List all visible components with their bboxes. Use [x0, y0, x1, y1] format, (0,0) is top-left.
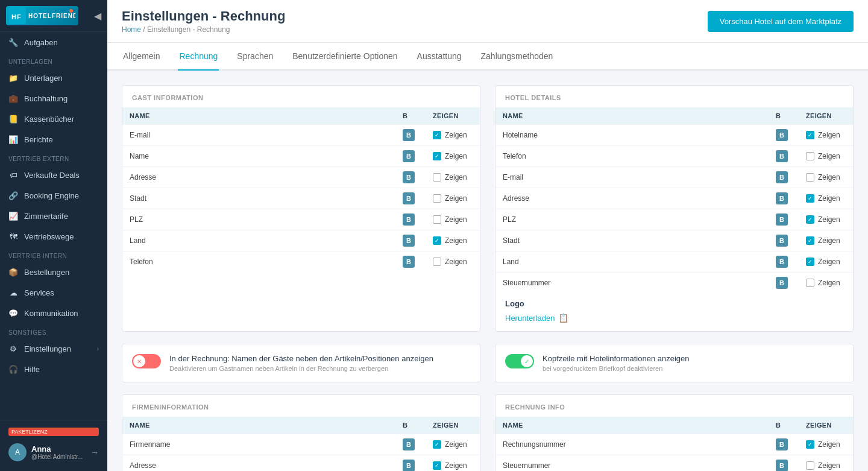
b-button[interactable]: B [776, 192, 788, 204]
firmen-header-row: NAME B ZEIGEN [122, 417, 480, 434]
cell-zeigen: Zeigen [799, 167, 853, 188]
tab-allgemein[interactable]: Allgemein [122, 43, 161, 71]
zeigen-checkbox[interactable] [433, 194, 441, 203]
cell-zeigen: Zeigen [426, 209, 480, 230]
logo-download-link[interactable]: Herunterladen 📋 [505, 313, 843, 323]
user-arrow-icon[interactable]: → [90, 447, 99, 457]
cell-name: E-mail [122, 125, 395, 146]
cell-b: B [395, 251, 426, 273]
toggle-hotel[interactable]: ✓ [505, 354, 534, 368]
cell-b: B [769, 209, 799, 230]
topbar: Einstellungen - Rechnung Home / Einstell… [107, 0, 868, 43]
sidebar-nav-zimmertarife[interactable]: 📈 Zimmertarife [0, 206, 107, 226]
table-row: StadtBZeigen [495, 230, 853, 251]
zeigen-label: Zeigen [445, 131, 467, 139]
zeigen-checkbox[interactable] [433, 258, 441, 266]
tab-benutzerdefinierte[interactable]: Benutzerdefinierte Optionen [291, 43, 398, 71]
sidebar-nav-verkaufte-deals[interactable]: 🏷 Verkaufte Deals [0, 165, 107, 185]
b-button[interactable]: B [776, 256, 788, 268]
zeigen-checkbox[interactable] [433, 215, 441, 224]
b-button[interactable]: B [403, 150, 415, 162]
b-button[interactable]: B [776, 213, 788, 226]
zeigen-checkbox[interactable] [806, 152, 814, 160]
zeigen-checkbox[interactable] [433, 440, 441, 449]
table-row: LandBZeigen [122, 230, 480, 251]
zeigen-checkbox[interactable] [806, 131, 814, 139]
cell-b: B [769, 251, 799, 273]
gast-col-name: NAME [122, 107, 395, 125]
zeigen-checkbox[interactable] [433, 236, 441, 245]
clipboard-icon: 📋 [558, 313, 568, 323]
sidebar-nav-kommunikation[interactable]: 💬 Kommunikation [0, 303, 107, 323]
table-row: StadtBZeigen [122, 188, 480, 209]
gast-info-table: NAME B ZEIGEN E-mailBZeigenNameBZeigenAd… [122, 107, 480, 272]
svg-text:HOTELFRIEND: HOTELFRIEND [28, 13, 75, 19]
sidebar-toggle-icon[interactable]: ◀ [94, 10, 101, 22]
zeigen-checkbox[interactable] [433, 173, 441, 182]
table-row: TelefonBZeigen [122, 251, 480, 273]
cell-zeigen: Zeigen [799, 209, 853, 230]
zeigen-checkbox[interactable] [806, 236, 814, 245]
b-button[interactable]: B [776, 460, 788, 471]
sidebar-nav-unterlagen[interactable]: 📁 Unterlagen [0, 68, 107, 88]
b-button[interactable]: B [403, 213, 415, 226]
sidebar-nav-booking-engine[interactable]: 🔗 Booking Engine [0, 185, 107, 206]
chart-icon: 📊 [8, 134, 18, 144]
tab-zahlungsmethoden[interactable]: Zahlungsmethoden [480, 43, 555, 71]
sidebar-nav-berichte[interactable]: 📊 Berichte [0, 129, 107, 150]
tab-sprachen[interactable]: Sprachen [236, 43, 274, 71]
b-button[interactable]: B [776, 438, 788, 450]
zeigen-checkbox[interactable] [806, 279, 814, 287]
sidebar-nav-hilfe[interactable]: 🎧 Hilfe [0, 359, 107, 379]
zeigen-label: Zeigen [818, 215, 840, 224]
b-button[interactable]: B [776, 150, 788, 162]
user-row[interactable]: A Anna @Hotel Administr... → [0, 438, 107, 466]
zeigen-label: Zeigen [818, 279, 840, 287]
b-button[interactable]: B [403, 256, 415, 268]
b-button[interactable]: B [776, 129, 788, 141]
sidebar-nav-vertriebswege[interactable]: 🗺 Vertriebswege [0, 226, 107, 247]
cell-b: B [395, 146, 426, 167]
b-button[interactable]: B [403, 460, 415, 471]
toggle-gast-label: In der Rechnung: Namen der Gäste neben d… [169, 354, 433, 363]
sidebar-nav-einstellungen[interactable]: ⚙ Einstellungen › [0, 338, 107, 359]
zeigen-checkbox[interactable] [806, 173, 814, 182]
zeigen-label: Zeigen [445, 440, 467, 449]
sidebar-nav-kassenbuecher[interactable]: 📒 Kassenbücher [0, 109, 107, 129]
zeigen-checkbox[interactable] [806, 215, 814, 224]
sidebar-nav-services[interactable]: ☁ Services [0, 282, 107, 303]
cell-name: Stadt [122, 188, 395, 209]
b-button[interactable]: B [776, 277, 788, 289]
zeigen-label: Zeigen [818, 440, 840, 449]
firmen-info-title: FIRMENINFORMATION [122, 395, 480, 417]
preview-button[interactable]: Vorschau Hotel auf dem Marktplatz [708, 11, 854, 32]
tab-ausstattung[interactable]: Ausstattung [416, 43, 463, 71]
sidebar-nav-buchhaltung[interactable]: 💼 Buchhaltung [0, 88, 107, 109]
b-button[interactable]: B [776, 171, 788, 183]
zeigen-checkbox[interactable] [806, 258, 814, 266]
b-button[interactable]: B [403, 171, 415, 183]
tab-rechnung[interactable]: Rechnung [178, 43, 219, 71]
zeigen-checkbox[interactable] [806, 440, 814, 449]
b-button[interactable]: B [776, 235, 788, 247]
b-button[interactable]: B [403, 129, 415, 141]
zeigen-checkbox[interactable] [433, 461, 441, 470]
cell-name: Adresse [122, 167, 395, 188]
zeigen-checkbox[interactable] [433, 131, 441, 139]
cell-zeigen: Zeigen [799, 251, 853, 273]
breadcrumb-home[interactable]: Home [122, 25, 141, 34]
b-button[interactable]: B [403, 438, 415, 450]
zeigen-checkbox[interactable] [806, 194, 814, 203]
b-button[interactable]: B [403, 192, 415, 204]
gast-info-title: GAST INFORMATION [122, 86, 480, 107]
zeigen-checkbox[interactable] [806, 461, 814, 470]
b-button[interactable]: B [403, 235, 415, 247]
zeigen-checkbox[interactable] [433, 152, 441, 160]
page-title: Einstellungen - Rechnung [122, 8, 285, 24]
sidebar-nav-bestellungen[interactable]: 📦 Bestellungen [0, 262, 107, 282]
sidebar-nav-aufgaben[interactable]: 🔧 Aufgaben [0, 32, 107, 52]
topbar-left: Einstellungen - Rechnung Home / Einstell… [122, 8, 285, 34]
tag-icon: 🏷 [8, 170, 18, 180]
toggle-gast[interactable]: ✕ [132, 354, 161, 368]
toggle-hotel-label: Kopfzeile mit Hotelinformationen anzeige… [542, 354, 690, 363]
